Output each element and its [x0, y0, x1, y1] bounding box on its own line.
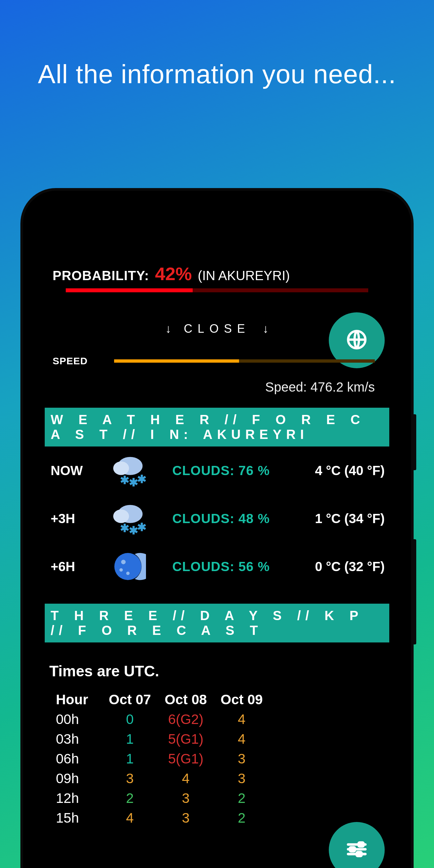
kp-table-header: Hour Oct 07 Oct 08 Oct 09 [56, 690, 395, 710]
weather-time: +3H [51, 511, 103, 526]
kp-row: 09h 3 4 3 [56, 769, 395, 788]
kp-value: 3 [102, 769, 158, 788]
kp-row: 06h 1 5(G1) 3 [56, 749, 395, 769]
chevron-down-icon: ↓ [165, 322, 171, 335]
weather-temp: 1 °C (34 °F) [292, 511, 385, 526]
svg-rect-20 [357, 852, 362, 856]
kp-value: 2 [214, 808, 270, 828]
kp-value: 3 [214, 769, 270, 788]
kp-hour: 09h [56, 769, 102, 788]
kp-value: 3 [158, 788, 214, 808]
svg-point-12 [121, 560, 126, 564]
kp-row: 03h 1 5(G1) 4 [56, 729, 395, 749]
kp-value: 5(G1) [158, 749, 214, 769]
probability-value: 42% [155, 263, 192, 284]
weather-row: +3H ✱ ✱ ✱ CLOUDS: 48 % 1 °C (34 °F) [39, 495, 395, 542]
phone-side-button [412, 539, 416, 644]
kp-value: 1 [102, 749, 158, 769]
app-screen: PROBABILITY: 42% (IN AKUREYRI) [39, 214, 395, 868]
weather-snow-icon: ✱ ✱ ✱ [103, 500, 153, 536]
probability-label: PROBABILITY: [53, 268, 149, 283]
svg-rect-19 [350, 847, 355, 851]
svg-point-14 [126, 571, 129, 575]
kp-col-hour: Hour [56, 690, 102, 710]
probability-bar [66, 288, 368, 292]
kp-row: 00h 0 6(G2) 4 [56, 710, 395, 729]
svg-text:✱: ✱ [120, 522, 129, 534]
weather-clouds: CLOUDS: 56 % [153, 559, 292, 574]
svg-point-13 [119, 568, 123, 571]
kp-col-day2: Oct 08 [158, 690, 214, 710]
weather-row: NOW ✱ ✱ ✱ CLOUDS: 76 % 4 °C (40 °F) [39, 446, 395, 495]
kp-table: Hour Oct 07 Oct 08 Oct 09 00h 0 6(G2) 4 … [39, 690, 395, 828]
weather-clouds: CLOUDS: 48 % [153, 511, 292, 526]
speed-bar [114, 360, 375, 363]
weather-snow-icon: ✱ ✱ ✱ [103, 453, 153, 489]
weather-temp: 4 °C (40 °F) [292, 463, 385, 478]
weather-clouds: CLOUDS: 76 % [153, 463, 292, 478]
kp-value: 5(G1) [158, 729, 214, 749]
kp-hour: 00h [56, 710, 102, 729]
svg-point-7 [113, 509, 129, 523]
svg-point-2 [113, 462, 129, 475]
kp-hour: 12h [56, 788, 102, 808]
kp-value: 6(G2) [158, 710, 214, 729]
svg-text:✱: ✱ [137, 521, 146, 533]
phone-frame: PROBABILITY: 42% (IN AKUREYRI) [23, 191, 411, 868]
kp-section-header: T H R E E // D A Y S // K P // F O R E C… [45, 603, 389, 643]
sliders-icon [345, 838, 368, 862]
kp-value: 0 [102, 710, 158, 729]
kp-value: 2 [214, 788, 270, 808]
kp-value: 3 [214, 749, 270, 769]
kp-col-day1: Oct 07 [102, 690, 158, 710]
weather-temp: 0 °C (32 °F) [292, 559, 385, 574]
phone-side-button [412, 414, 416, 470]
kp-value: 4 [214, 729, 270, 749]
kp-value: 4 [102, 808, 158, 828]
kp-value: 4 [214, 710, 270, 729]
probability-row: PROBABILITY: 42% (IN AKUREYRI) [39, 263, 395, 284]
weather-time: +6H [51, 559, 103, 574]
kp-hour: 06h [56, 749, 102, 769]
weather-section-header: W E A T H E R // F O R E C A S T // I N:… [45, 408, 389, 446]
kp-value: 4 [158, 769, 214, 788]
speed-bar-fill [114, 360, 239, 363]
probability-bar-fill [66, 288, 193, 292]
kp-value: 3 [158, 808, 214, 828]
speed-label: SPEED [53, 355, 88, 367]
promo-tagline: All the information you need... [0, 59, 434, 89]
weather-time: NOW [51, 463, 103, 478]
svg-text:✱: ✱ [137, 473, 146, 485]
weather-moon-icon [103, 549, 153, 585]
kp-timezone-note: Times are UTC. [39, 643, 395, 690]
close-label: CLOSE [184, 322, 250, 335]
svg-rect-18 [359, 843, 364, 847]
speed-readout: Speed: 476.2 km/s [39, 367, 395, 395]
promo-background: All the information you need... PROBABIL… [0, 0, 434, 868]
weather-row: +6H CLOUDS: 56 % 0 °C (32 °F) [39, 542, 395, 590]
globe-icon [345, 328, 368, 352]
probability-location: (IN AKUREYRI) [198, 268, 290, 283]
svg-text:✱: ✱ [120, 474, 129, 486]
kp-hour: 03h [56, 729, 102, 749]
settings-fab-button[interactable] [329, 822, 385, 868]
kp-row: 12h 2 3 2 [56, 788, 395, 808]
kp-hour: 15h [56, 808, 102, 828]
svg-point-11 [115, 553, 142, 580]
kp-value: 2 [102, 788, 158, 808]
kp-col-day3: Oct 09 [214, 690, 270, 710]
kp-value: 1 [102, 729, 158, 749]
chevron-down-icon: ↓ [263, 322, 269, 335]
